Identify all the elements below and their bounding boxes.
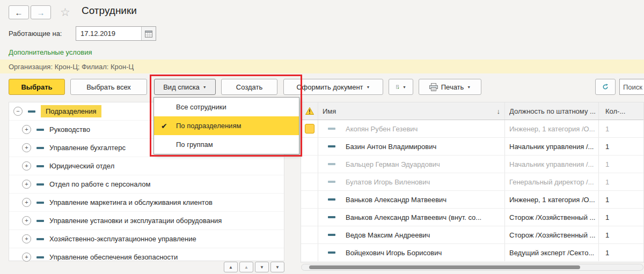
chevron-down-icon: ▼ (203, 85, 207, 89)
employees-table: Имя ↓ Должность по штатному ... Кол-... … (301, 102, 644, 263)
arrow-up-icon: ▲ (229, 265, 233, 270)
tree-row-department[interactable]: + Отдел по работе с персоналом (9, 175, 284, 194)
employee-count: 1 (605, 125, 609, 133)
search-field[interactable] (619, 79, 644, 95)
employee-position: Ведущий эксперт /Секто... (509, 249, 594, 257)
employee-count: 1 (605, 231, 609, 239)
tree-item-label: Управление бухгалтерс (49, 144, 126, 152)
issue-document-dropdown-button[interactable]: Оформить документ ▼ (283, 79, 383, 95)
refresh-button[interactable] (595, 79, 616, 95)
employee-name: Ваньков Александр Матвеевич (346, 196, 447, 204)
expand-icon[interactable]: + (22, 180, 31, 189)
tree-item-label: Управление установки и эксплуатации обор… (49, 217, 222, 225)
employee-name: Акопян Рубен Гезевич (346, 125, 418, 133)
expand-icon[interactable]: + (22, 161, 31, 171)
tree-root-label: Подразделения (41, 105, 101, 117)
table-row[interactable]: Ваньков Александр Матвеевич Инженер, 1 к… (301, 191, 643, 209)
table-row[interactable]: Базин Антон Владимирович Начальник управ… (301, 138, 643, 155)
list-view-dropdown-button[interactable]: Вид списка ▼ (154, 79, 216, 95)
table-row[interactable]: Ведов Максим Андреевич Сторож /Хозяйстве… (301, 226, 643, 244)
name-column-header[interactable]: Имя ↓ (318, 102, 505, 120)
table-row[interactable]: Бальцер Герман Эдуардович Начальник упра… (301, 155, 643, 173)
menu-item-by-departments[interactable]: ✔ По подразделениям (154, 116, 299, 135)
department-icon (36, 147, 44, 149)
print-dropdown-button[interactable]: Печать ▼ (419, 79, 481, 95)
chevron-down-icon: ▼ (402, 85, 406, 89)
table-row[interactable]: Акопян Рубен Гезевич Инженер, 1 категори… (301, 120, 643, 138)
expand-icon[interactable]: + (22, 234, 31, 243)
scroll-up-button[interactable]: ▲ (239, 262, 253, 272)
history-nav: ← → (9, 5, 51, 19)
department-icon (36, 256, 44, 258)
forward-button[interactable]: → (31, 5, 51, 19)
menu-item-all-employees[interactable]: Все сотрудники (154, 98, 299, 116)
scroll-to-top-button[interactable]: ▲ (224, 262, 238, 272)
employee-count: 1 (605, 178, 609, 186)
chevron-down-icon: ▼ (467, 85, 471, 89)
horizontal-scrollbar[interactable] (301, 264, 643, 271)
tree-row-department[interactable]: + Управление установки и эксплуатации об… (9, 212, 284, 230)
employee-name: Булатов Игорь Виленович (346, 178, 430, 186)
search-input[interactable] (620, 79, 644, 94)
employee-name: Базин Антон Владимирович (346, 143, 436, 151)
employee-icon (328, 181, 335, 183)
department-icon (36, 202, 44, 204)
employee-count: 1 (605, 213, 609, 221)
employees-window: ← → ☆ Сотрудники Работающие на: 17.12.20… (0, 0, 644, 274)
warning-icon (305, 107, 314, 115)
collapse-icon[interactable]: − (13, 107, 23, 116)
menu-item-by-groups[interactable]: По группам (154, 135, 299, 154)
employee-icon (328, 128, 335, 130)
expand-icon[interactable]: + (22, 216, 31, 225)
list-view-menu: Все сотрудники ✔ По подразделениям По гр… (153, 97, 299, 154)
back-icon: ← (15, 8, 23, 17)
warning-column-header[interactable] (301, 102, 318, 120)
back-button[interactable]: ← (9, 5, 29, 19)
tree-row-department[interactable]: + Юридический отдел (9, 157, 284, 175)
calendar-icon (145, 30, 152, 38)
department-icon (36, 238, 44, 240)
tree-row-department[interactable]: + Хозяйственно-эксплуатационное управлен… (9, 230, 284, 248)
table-header: Имя ↓ Должность по штатному ... Кол-... (301, 102, 643, 120)
department-icon (36, 220, 44, 222)
scrollbar-thumb[interactable] (309, 265, 580, 269)
expand-icon[interactable]: + (22, 125, 31, 134)
scroll-down-button[interactable]: ▼ (255, 262, 269, 272)
employee-icon (328, 234, 335, 236)
favorite-star-icon[interactable]: ☆ (60, 6, 70, 19)
employee-count: 1 (605, 143, 609, 151)
employee-name: Войцехович Игорь Борисович (346, 249, 442, 257)
additional-conditions-link[interactable]: Дополнительные условия (9, 48, 92, 56)
employee-icon (328, 251, 335, 254)
employee-count: 1 (605, 249, 609, 257)
create-based-on-button[interactable]: ▼ (389, 79, 413, 95)
organization-info-bar: Организация: Крон-Ц; Филиал: Крон-Ц (0, 60, 644, 73)
department-icon (28, 110, 35, 113)
expand-icon[interactable]: + (22, 253, 31, 262)
employee-count: 1 (605, 160, 609, 168)
refresh-icon (602, 83, 609, 91)
tree-row-department[interactable]: + Управление маркетинга и обслуживания к… (9, 194, 284, 212)
date-input[interactable]: 17.12.2019 (76, 27, 141, 40)
employee-name: Ваньков Александр Матвеевич (внут. со... (346, 213, 481, 221)
position-column-header[interactable]: Должность по штатному ... (505, 102, 599, 120)
create-button[interactable]: Создать (221, 79, 277, 95)
table-row[interactable]: Булатов Игорь Виленович Генеральный дире… (301, 173, 643, 191)
table-row[interactable]: Ваньков Александр Матвеевич (внут. со...… (301, 209, 643, 226)
calendar-button[interactable] (141, 27, 156, 40)
employee-position: Сторож /Хозяйственный ... (509, 231, 595, 239)
expand-icon[interactable]: + (22, 198, 31, 207)
printer-icon (429, 83, 438, 91)
select-all-button[interactable]: Выбрать всех (70, 79, 147, 95)
date-field[interactable]: 17.12.2019 (76, 26, 156, 41)
tree-item-label: Юридический отдел (49, 162, 114, 170)
forward-icon: → (37, 8, 45, 17)
select-button[interactable]: Выбрать (9, 79, 65, 95)
scroll-to-bottom-button[interactable]: ▼ (270, 262, 284, 272)
arrow-up-icon: ▲ (244, 265, 248, 270)
department-icon (36, 165, 44, 167)
employee-icon (328, 198, 335, 201)
table-row[interactable]: Войцехович Игорь Борисович Ведущий экспе… (301, 244, 643, 262)
count-column-header[interactable]: Кол-... (599, 102, 643, 120)
expand-icon[interactable]: + (22, 143, 31, 152)
